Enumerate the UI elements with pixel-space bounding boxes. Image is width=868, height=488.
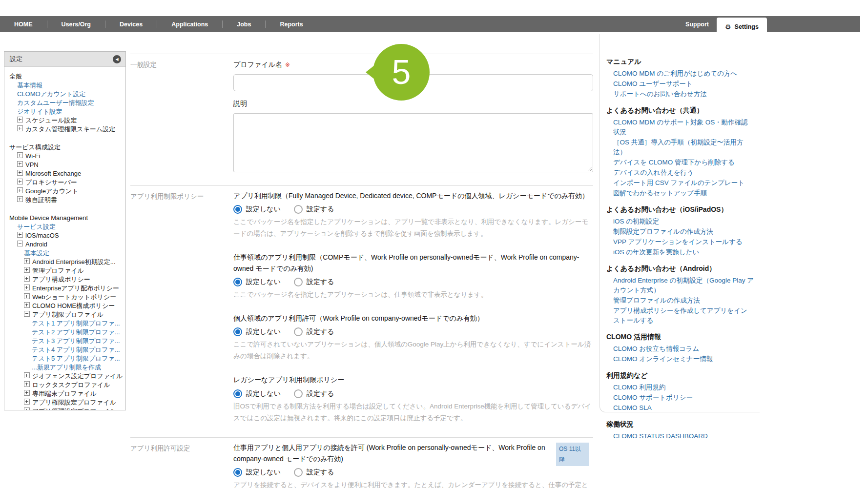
sidebar-item-test5-profile[interactable]: テスト5 アプリ制限プロファ... xyxy=(4,354,125,363)
radio-selected-icon[interactable] xyxy=(233,468,242,477)
help-link[interactable]: CLOMO お役立ち情報コラム xyxy=(606,344,754,354)
help-link[interactable]: CLOMO STATUS DASHBOARD xyxy=(606,431,754,441)
sidebar-item-wifi[interactable]: Wi-Fi xyxy=(4,152,125,161)
sidebar-item-app-management-profile[interactable]: アプリ管理設定プロファイル xyxy=(4,407,125,410)
sidebar-item-test3-profile[interactable]: テスト3 アプリ制限プロファ... xyxy=(4,337,125,346)
sidebar-collapse-button[interactable]: ◀ xyxy=(113,55,121,63)
sidebar-item-schedule[interactable]: スケジュール設定 xyxy=(4,116,125,125)
sidebar-item-test2-profile[interactable]: テスト2 アプリ制限プロファ... xyxy=(4,328,125,337)
sidebar-item-own-certificate[interactable]: 独自証明書 xyxy=(4,196,125,204)
sidebar-item-app-restriction-profile[interactable]: アプリ制限プロファイル xyxy=(4,310,125,319)
radio-option-no[interactable]: 設定しない xyxy=(233,468,281,477)
help-link[interactable]: サポートへのお問い合わせ方法 xyxy=(606,89,754,99)
expand-icon[interactable] xyxy=(24,372,30,378)
expand-icon[interactable] xyxy=(24,390,30,396)
radio-option-no[interactable]: 設定しない xyxy=(233,389,281,398)
sidebar-item-basic-info[interactable]: 基本情報 xyxy=(4,81,125,90)
help-link[interactable]: Android Enterprise の初期設定（Google Play アカウ… xyxy=(606,276,754,295)
radio-unselected-icon[interactable] xyxy=(294,205,303,214)
radio-unselected-icon[interactable] xyxy=(294,389,303,398)
radio-option-yes[interactable]: 設定する xyxy=(294,389,334,398)
sidebar-item-test1-profile[interactable]: テスト1 アプリ制限プロファ... xyxy=(4,319,125,328)
sidebar-item-geosite[interactable]: ジオサイト設定 xyxy=(4,107,125,116)
sidebar-item-android[interactable]: Android xyxy=(4,240,125,249)
sidebar-item-ms-exchange[interactable]: Microsoft Exchange xyxy=(4,169,125,178)
tab-settings[interactable]: ⚙ Settings xyxy=(717,18,767,36)
sidebar-item-web-shortcut-policy[interactable]: Webショートカットポリシー xyxy=(4,293,125,302)
sidebar-item-geofence-profile[interactable]: ジオフェンス設定プロファイル xyxy=(4,372,125,381)
sidebar-item-test4-profile[interactable]: テスト4 アプリ制限プロファ... xyxy=(4,346,125,354)
help-link[interactable]: 図解でわかるセットアップ手順 xyxy=(606,188,754,198)
radio-unselected-icon[interactable] xyxy=(294,278,303,286)
sidebar-item-custom-admin-scheme[interactable]: カスタム管理権限スキーム設定 xyxy=(4,125,125,134)
help-link[interactable]: アプリ構成ポリシーを作成してアプリをインストールする xyxy=(606,306,754,325)
help-link[interactable]: CLOMO ユーザーサポート xyxy=(606,79,754,89)
expand-icon[interactable] xyxy=(17,179,23,184)
sidebar-item-proxy-server[interactable]: プロキシサーバー xyxy=(4,178,125,187)
help-link[interactable]: ［OS 共通］導入の手順（初期設定〜活用方法） xyxy=(606,138,754,157)
radio-option-no[interactable]: 設定しない xyxy=(233,327,281,336)
collapse-icon[interactable] xyxy=(17,241,23,246)
sidebar-item-ios-macos[interactable]: iOS/macOS xyxy=(4,231,125,240)
expand-icon[interactable] xyxy=(24,293,30,299)
help-link[interactable]: VPP アプリケーションをインストールする xyxy=(606,237,754,247)
expand-icon[interactable] xyxy=(17,232,23,238)
radio-selected-icon[interactable] xyxy=(233,389,242,398)
sidebar-item-app-config-policy[interactable]: アプリ構成ポリシー xyxy=(4,275,125,284)
sidebar-item-dedicated-device-profile[interactable]: 専用端末プロファイル xyxy=(4,389,125,398)
nav-item-applications[interactable]: Applications xyxy=(157,21,222,28)
description-textarea[interactable] xyxy=(233,113,593,172)
sidebar-item-new-app-restriction[interactable]: ...新規アプリ制限を作成 xyxy=(4,363,125,372)
help-link[interactable]: インポート用 CSV ファイルのテンプレート xyxy=(606,178,754,188)
expand-icon[interactable] xyxy=(24,267,30,273)
sidebar-item-custom-user-info[interactable]: カスタムユーザー情報設定 xyxy=(4,99,125,107)
expand-icon[interactable] xyxy=(24,258,30,264)
sidebar-item-app-permission-profile[interactable]: アプリ権限設定プロファイル xyxy=(4,398,125,407)
radio-selected-icon[interactable] xyxy=(233,205,242,214)
help-link[interactable]: CLOMO MDM のご利用がはじめての方へ xyxy=(606,69,754,79)
expand-icon[interactable] xyxy=(24,285,30,290)
collapse-icon[interactable] xyxy=(24,311,30,317)
expand-icon[interactable] xyxy=(24,381,30,387)
sidebar-item-enterprise-app-policy[interactable]: Enterpriseアプリ配布ポリシー xyxy=(4,284,125,293)
expand-icon[interactable] xyxy=(24,399,30,405)
radio-selected-icon[interactable] xyxy=(233,278,242,286)
help-link[interactable]: iOS の初期設定 xyxy=(606,217,754,226)
expand-icon[interactable] xyxy=(17,161,23,167)
nav-item-devices[interactable]: Devices xyxy=(105,21,157,28)
expand-icon[interactable] xyxy=(17,152,23,158)
sidebar-item-ae-initial-setup[interactable]: Android Enterprise初期設定... xyxy=(4,258,125,266)
nav-item-users-org[interactable]: Users/Org xyxy=(47,21,105,28)
expand-icon[interactable] xyxy=(24,276,30,282)
sidebar-item-clomo-account[interactable]: CLOMOアカウント設定 xyxy=(4,90,125,99)
radio-option-no[interactable]: 設定しない xyxy=(233,205,281,214)
nav-item-reports[interactable]: Reports xyxy=(266,21,317,28)
help-link[interactable]: 管理プロファイルの作成方法 xyxy=(606,296,754,305)
expand-icon[interactable] xyxy=(17,117,23,122)
expand-icon[interactable] xyxy=(17,187,23,193)
sidebar-item-service-settings[interactable]: サービス設定 xyxy=(4,223,125,231)
help-link[interactable]: デバイスを CLOMO 管理下から削除する xyxy=(606,158,754,167)
radio-unselected-icon[interactable] xyxy=(294,468,303,477)
help-link[interactable]: CLOMO MDM のサポート対象 OS・動作確認状況 xyxy=(606,118,754,137)
sidebar-item-vpn[interactable]: VPN xyxy=(4,161,125,169)
radio-option-yes[interactable]: 設定する xyxy=(294,468,334,477)
sidebar-item-google-account[interactable]: Googleアカウント xyxy=(4,187,125,196)
radio-option-yes[interactable]: 設定する xyxy=(294,205,334,214)
sidebar-item-android-basic[interactable]: 基本設定 xyxy=(4,249,125,258)
nav-item-support[interactable]: Support xyxy=(685,21,709,28)
expand-icon[interactable] xyxy=(17,125,23,131)
expand-icon[interactable] xyxy=(24,302,30,308)
sidebar-item-lock-task-profile[interactable]: ロックタスクプロファイル xyxy=(4,381,125,389)
radio-option-yes[interactable]: 設定する xyxy=(294,327,334,336)
expand-icon[interactable] xyxy=(24,407,30,410)
expand-icon[interactable] xyxy=(17,170,23,176)
help-link[interactable]: CLOMO 利用規約 xyxy=(606,383,754,392)
radio-option-yes[interactable]: 設定する xyxy=(294,278,334,286)
help-link[interactable]: 制限設定プロファイルの作成方法 xyxy=(606,227,754,237)
sidebar-item-clomo-home-policy[interactable]: CLOMO HOME構成ポリシー xyxy=(4,302,125,310)
sidebar-item-managed-profile[interactable]: 管理プロファイル xyxy=(4,266,125,275)
help-link[interactable]: CLOMO サポートポリシー xyxy=(606,393,754,403)
help-link[interactable]: CLOMO オンラインセミナー情報 xyxy=(606,354,754,364)
nav-item-jobs[interactable]: Jobs xyxy=(223,21,265,28)
